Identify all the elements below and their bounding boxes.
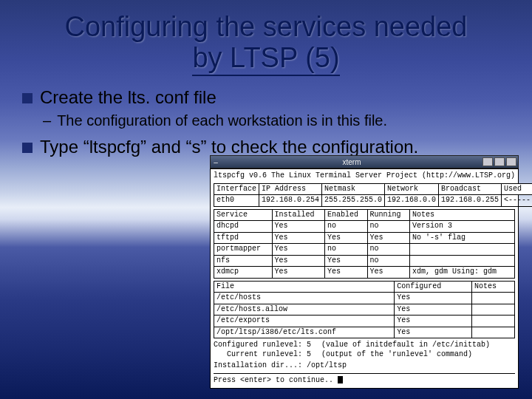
cell: Yes	[367, 232, 409, 244]
cell: Yes	[367, 267, 409, 279]
col-header: Installed	[272, 209, 325, 221]
cell: Yes	[325, 267, 367, 279]
bullet-text: Type “ltspcfg” and “s” to check the conf…	[40, 137, 418, 157]
col-header: Network	[385, 183, 439, 195]
slide-body: Create the lts. conf file – The configur…	[0, 74, 532, 157]
files-table: File Configured Notes /etc/hostsYes /etc…	[214, 281, 515, 339]
note: (value of initdefault in /etc/inittab)	[321, 341, 490, 350]
prompt-line: Press <enter> to continue..	[214, 376, 515, 386]
table-row: portmapperYesnono	[214, 244, 515, 256]
prompt-text: Press <enter> to continue..	[214, 376, 333, 384]
col-header: Used	[502, 183, 532, 195]
maximize-icon	[494, 157, 505, 166]
col-header: Interface	[214, 183, 259, 195]
program-version: ltspcfg v0.6	[214, 171, 267, 181]
cell: Yes	[272, 255, 325, 267]
terminal-screenshot: – xterm ltspcfg v0.6 The Linux Terminal …	[210, 155, 519, 389]
bullet-item: Type “ltspcfg” and “s” to check the conf…	[22, 137, 510, 157]
bullet-text: Create the lts. conf file	[40, 87, 216, 108]
minimize-icon	[482, 157, 493, 166]
cell: Yes	[325, 255, 367, 267]
cell	[410, 244, 515, 256]
cell	[472, 293, 515, 304]
table-row: eth0 192.168.0.254 255.255.255.0 192.168…	[214, 195, 533, 207]
table-row: tftpdYesYesYesNo '-s' flag	[214, 232, 515, 244]
system-menu-icon: –	[211, 158, 221, 166]
square-bullet-icon	[22, 93, 33, 103]
runlevel-current: Current runlevel: 5 (output of the 'runl…	[214, 350, 515, 360]
col-header: Running	[367, 209, 409, 221]
cell: xdm, gdm Using: gdm	[410, 267, 515, 279]
cell: Yes	[395, 316, 472, 327]
cell: no	[325, 221, 367, 233]
cell: /etc/hosts	[214, 293, 395, 304]
cell	[472, 304, 515, 316]
col-header: Configured	[395, 281, 472, 293]
cell: Yes	[325, 232, 367, 244]
cell: /etc/exports	[214, 316, 395, 327]
col-header: File	[214, 281, 395, 293]
slide-title: Configuring the services needed by LTSP …	[0, 0, 532, 74]
table-row: /etc/exportsYes	[214, 316, 515, 327]
cell: no	[325, 244, 367, 256]
cell: 255.255.255.0	[322, 195, 385, 207]
program-banner: The Linux Terminal Server Project (http:…	[271, 171, 515, 181]
table-row: /etc/hostsYes	[214, 293, 515, 304]
square-bullet-icon	[22, 143, 33, 153]
install-dir: Installation dir...: /opt/ltsp	[214, 361, 515, 371]
cell: Version 3	[410, 221, 515, 233]
table-row: /opt/ltsp/i386/etc/lts.confYes	[214, 327, 515, 338]
cell: portmapper	[214, 244, 273, 256]
bullet-item: Create the lts. conf file	[22, 87, 510, 108]
cell: No '-s' flag	[410, 232, 515, 244]
label: Configured runlevel:	[214, 341, 302, 349]
cell: Yes	[395, 327, 472, 338]
cell: /etc/hosts.allow	[214, 304, 395, 316]
window-title: xterm	[221, 158, 482, 166]
table-row: nfsYesYesno	[214, 255, 515, 267]
close-icon	[506, 157, 516, 166]
cell: Yes	[272, 267, 325, 279]
terminal-body: ltspcfg v0.6 The Linux Terminal Server P…	[210, 168, 519, 389]
cell: <-----	[502, 195, 532, 207]
col-header: IP Address	[259, 183, 322, 195]
cell: 192.168.0.0	[385, 195, 439, 207]
title-line-1: Configuring the services needed	[64, 11, 467, 42]
cell: no	[367, 221, 409, 233]
col-header: Notes	[472, 281, 515, 293]
label: Current runlevel:	[227, 350, 302, 358]
cell: Yes	[272, 232, 325, 244]
table-row: dhcpdYesnonoVersion 3	[214, 221, 515, 233]
sub-bullet-item: – The configuration of each workstation …	[43, 112, 510, 129]
window-titlebar: – xterm	[210, 155, 519, 168]
cell: 192.168.0.254	[259, 195, 322, 207]
cell: eth0	[214, 195, 259, 207]
services-table: Service Installed Enabled Running Notes …	[214, 209, 515, 279]
runlevel-configured: Configured runlevel: 5 (value of initdef…	[214, 341, 515, 350]
cell: Yes	[395, 304, 472, 316]
cell	[410, 255, 515, 267]
cell: Yes	[395, 293, 472, 304]
note: (output of the 'runlevel' command)	[321, 350, 472, 360]
sub-bullet-text: The configuration of each workstation is…	[57, 112, 387, 129]
table-row: xdmcpYesYesYesxdm, gdm Using: gdm	[214, 267, 515, 279]
col-header: Broadcast	[439, 183, 502, 195]
interface-table: Interface IP Address Netmask Network Bro…	[214, 183, 532, 207]
col-header: Netmask	[322, 183, 385, 195]
cell: no	[367, 244, 409, 256]
cell: Yes	[272, 221, 325, 233]
dash-bullet-icon: –	[43, 112, 51, 129]
value: 5	[307, 350, 311, 358]
cursor-icon	[338, 376, 343, 383]
value: 5	[307, 341, 311, 349]
label: Installation dir...:	[214, 361, 302, 369]
title-line-2: by LTSP (5)	[192, 42, 339, 76]
cell: /opt/ltsp/i386/etc/lts.conf	[214, 327, 395, 338]
separator-line	[214, 373, 515, 374]
cell	[472, 316, 515, 327]
col-header: Service	[214, 209, 273, 221]
cell: dhcpd	[214, 221, 273, 233]
cell: nfs	[214, 255, 273, 267]
cell: tftpd	[214, 232, 273, 244]
col-header: Enabled	[325, 209, 367, 221]
